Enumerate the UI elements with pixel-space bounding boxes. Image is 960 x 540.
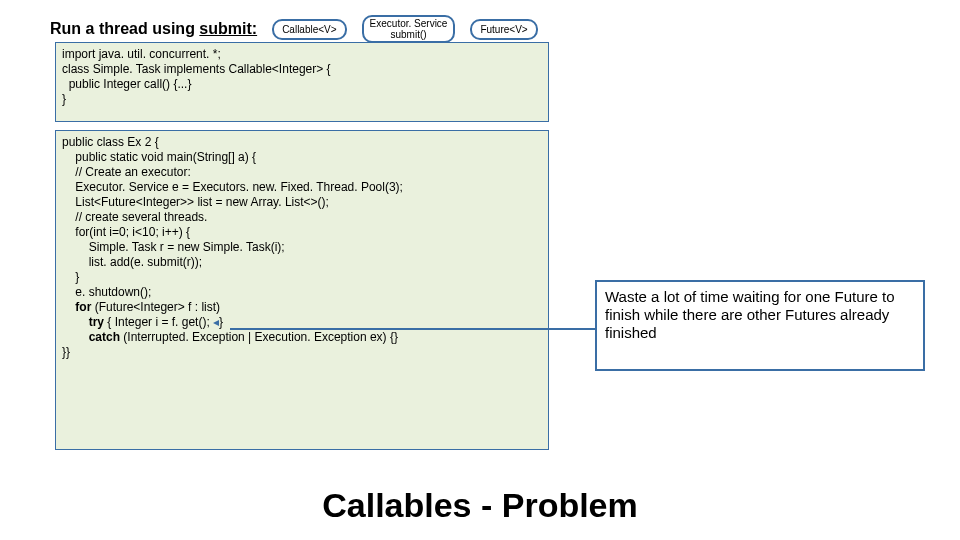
pill-executor-line2: submit(): [390, 29, 426, 40]
code-line: for(int i=0; i<10; i++) {: [62, 225, 542, 240]
code-line: catch (Interrupted. Exception | Executio…: [62, 330, 542, 345]
slide-heading-row: Run a thread using submit: Callable<V> E…: [50, 15, 538, 43]
code-line: }: [62, 92, 542, 107]
code-line: public static void main(String[] a) {: [62, 150, 542, 165]
heading-prefix: Run a thread using: [50, 20, 199, 37]
code-line: Simple. Task r = new Simple. Task(i);: [62, 240, 542, 255]
code-line: public class Ex 2 {: [62, 135, 542, 150]
code-line: class Simple. Task implements Callable<I…: [62, 62, 542, 77]
code-line: }: [62, 270, 542, 285]
code-line: // Create an executor:: [62, 165, 542, 180]
code-line: List<Future<Integer>> list = new Array. …: [62, 195, 542, 210]
code-line: Executor. Service e = Executors. new. Fi…: [62, 180, 542, 195]
code-line: list. add(e. submit(r));: [62, 255, 542, 270]
code-line: }}: [62, 345, 542, 360]
callout-note: Waste a lot of time waiting for one Futu…: [595, 280, 925, 371]
code-line: public Integer call() {...}: [62, 77, 542, 92]
slide-heading: Run a thread using submit:: [50, 20, 257, 38]
code-line: try { Integer i = f. get(); ◂}: [62, 315, 542, 330]
code-line: // create several threads.: [62, 210, 542, 225]
pill-executor-service: Executor. Service submit(): [362, 15, 456, 43]
code-block-ex2: public class Ex 2 { public static void m…: [55, 130, 549, 450]
heading-underlined: submit:: [199, 20, 257, 37]
pill-callable: Callable<V>: [272, 19, 346, 40]
pill-executor-line1: Executor. Service: [370, 18, 448, 29]
code-line: import java. util. concurrent. *;: [62, 47, 542, 62]
pill-future: Future<V>: [470, 19, 537, 40]
code-line: for (Future<Integer> f : list): [62, 300, 542, 315]
code-block-simpletask: import java. util. concurrent. *; class …: [55, 42, 549, 122]
code-line: e. shutdown();: [62, 285, 542, 300]
slide-title: Callables - Problem: [0, 486, 960, 525]
